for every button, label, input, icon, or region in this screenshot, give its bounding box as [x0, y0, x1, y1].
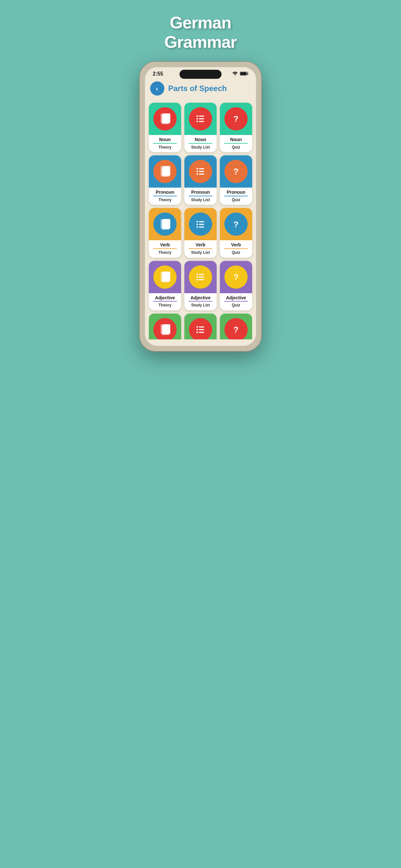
card-divider-verb-2: [224, 248, 248, 249]
card-circle-pronoun-2: ?: [224, 160, 248, 183]
phone-inner: 2:55: [145, 67, 256, 346]
content-area: NounTheory NounStudy List ? NounQuiz Pro…: [145, 100, 256, 346]
svg-rect-47: [164, 275, 168, 276]
svg-rect-7: [164, 116, 169, 116]
card-pronoun-study-list[interactable]: PronounStudy List: [184, 155, 217, 205]
svg-rect-45: [163, 272, 170, 281]
card-label-main-noun-2: Noun: [221, 137, 251, 143]
card-label-sub-noun-1: Study List: [186, 145, 215, 150]
card-icon-area-noun-2: ?: [220, 103, 252, 135]
card-circle-adjective-2: ?: [224, 266, 248, 289]
card-icon-area-noun-1: [184, 103, 217, 135]
status-bar: 2:55: [145, 67, 256, 78]
card-label-main-adjective-2: Adjective: [221, 295, 251, 301]
card-label-main-pronoun-1: Pronoun: [186, 190, 215, 195]
svg-rect-13: [199, 118, 204, 119]
card-label-main-adjective-1: Adjective: [186, 295, 215, 301]
phone-frame: 2:55: [139, 61, 262, 352]
card-divider-noun-2: [224, 143, 248, 144]
card-circle-pronoun-0: [153, 160, 177, 183]
svg-text:?: ?: [234, 166, 239, 176]
svg-rect-67: [199, 332, 204, 333]
svg-rect-6: [163, 114, 170, 123]
svg-point-66: [197, 332, 198, 333]
card-label-noun-2: NounQuiz: [220, 135, 252, 152]
card-pronoun-quiz[interactable]: ? PronounQuiz: [220, 155, 252, 205]
svg-point-36: [197, 221, 198, 222]
card-circle-verb-2: ?: [224, 213, 248, 236]
card-label-noun-1: NounStudy List: [184, 135, 217, 152]
card-verb-theory[interactable]: VerbTheory: [149, 208, 181, 257]
card-verb-quiz[interactable]: ? VerbQuiz: [220, 208, 252, 257]
card-label-adjective-2: AdjectiveQuiz: [220, 293, 252, 310]
svg-rect-58: [163, 324, 170, 334]
back-button[interactable]: ‹: [150, 82, 164, 96]
svg-point-10: [197, 115, 198, 117]
card-label-verb-2: VerbQuiz: [220, 240, 252, 257]
card-divider-noun-1: [189, 143, 212, 144]
card-icon-area-adjective-2: ?: [220, 261, 252, 293]
card-label-sub-adjective-0: Theory: [150, 303, 180, 307]
card-label-main-adjective-0: Adjective: [150, 295, 180, 301]
card-circle-noun-2: ?: [224, 107, 248, 130]
card-label-sub-pronoun-1: Study List: [186, 197, 215, 202]
notch: [180, 70, 221, 79]
battery-icon: [240, 71, 248, 77]
card-label-pronoun-1: PronounStudy List: [184, 188, 217, 205]
wifi-icon: [232, 71, 238, 77]
svg-point-51: [197, 276, 198, 278]
card-adjective-study-list[interactable]: AdjectiveStudy List: [184, 261, 217, 310]
card-divider-pronoun-0: [153, 196, 177, 196]
card-circle-adjective-0: [153, 266, 177, 289]
svg-rect-15: [199, 121, 204, 122]
svg-rect-22: [164, 172, 168, 172]
svg-point-49: [197, 274, 198, 275]
svg-rect-48: [164, 277, 168, 278]
card-adjective-quiz[interactable]: ? AdjectiveQuiz: [220, 261, 252, 310]
card-label-sub-pronoun-0: Theory: [150, 197, 180, 202]
grid-row-verb: VerbTheory VerbStudy List ? VerbQuiz: [149, 208, 252, 257]
svg-point-12: [197, 118, 198, 120]
card-noun-quiz[interactable]: ? NounQuiz: [220, 103, 252, 152]
grid-row-noun: NounTheory NounStudy List ? NounQuiz: [149, 103, 252, 152]
card-noun-theory[interactable]: NounTheory: [149, 103, 181, 152]
svg-point-40: [197, 226, 198, 228]
card-icon-area-pronoun-2: ?: [220, 155, 252, 188]
card-bottom_peek-0[interactable]: [149, 314, 181, 339]
card-noun-study-list[interactable]: NounStudy List: [184, 103, 217, 152]
card-circle-bottom_peek-0: [153, 318, 177, 339]
card-label-adjective-0: AdjectiveTheory: [149, 293, 181, 310]
card-divider-pronoun-1: [189, 196, 212, 196]
svg-point-23: [197, 168, 198, 169]
card-label-sub-verb-1: Study List: [186, 250, 215, 255]
card-label-verb-0: VerbTheory: [149, 240, 181, 257]
svg-rect-54: [199, 279, 204, 280]
nav-bar: ‹ Parts of Speech: [145, 78, 256, 100]
nav-title: Parts of Speech: [168, 84, 227, 93]
grid-row-adjective: AdjectiveTheory AdjectiveStudy List ? Ad…: [149, 261, 252, 310]
svg-rect-34: [164, 222, 168, 223]
card-label-pronoun-2: PronounQuiz: [220, 188, 252, 205]
card-label-adjective-1: AdjectiveStudy List: [184, 293, 217, 310]
page-wrapper: German Grammar 2:55: [133, 13, 268, 352]
card-bottom_peek-1[interactable]: [184, 314, 217, 339]
card-verb-study-list[interactable]: VerbStudy List: [184, 208, 217, 257]
card-icon-area-bottom_peek-2: ?: [220, 314, 252, 339]
svg-rect-20: [164, 168, 169, 169]
svg-rect-21: [164, 170, 168, 170]
card-label-main-pronoun-2: Pronoun: [221, 190, 251, 195]
card-label-sub-noun-0: Theory: [150, 145, 180, 150]
card-label-verb-1: VerbStudy List: [184, 240, 217, 257]
svg-rect-33: [164, 221, 169, 221]
card-pronoun-theory[interactable]: PronounTheory: [149, 155, 181, 205]
svg-text:?: ?: [234, 114, 239, 124]
card-adjective-theory[interactable]: AdjectiveTheory: [149, 261, 181, 310]
card-divider-pronoun-2: [224, 196, 248, 196]
card-circle-bottom_peek-1: [189, 318, 212, 339]
svg-point-53: [197, 279, 198, 280]
svg-rect-52: [199, 276, 204, 277]
card-bottom_peek-2[interactable]: ?: [220, 314, 252, 339]
svg-rect-11: [199, 116, 204, 117]
card-circle-verb-0: [153, 213, 177, 236]
card-divider-adjective-1: [189, 301, 212, 302]
